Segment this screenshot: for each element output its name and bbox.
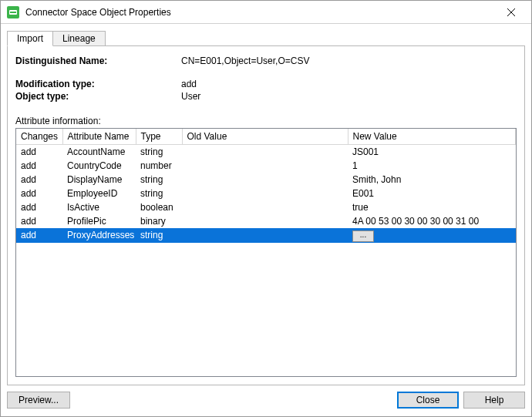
cell-old-value	[182, 228, 348, 243]
cell-type: binary	[136, 214, 182, 228]
cell-attr-name: EmployeeID	[62, 187, 136, 200]
modtype-label: Modification type:	[15, 79, 181, 89]
cell-attr-name: DisplayName	[62, 173, 136, 187]
cell-new-value: 4A 00 53 00 30 00 30 00 31 00	[348, 214, 516, 228]
cell-new-value: Smith, John	[348, 173, 516, 187]
header-info: Distinguished Name: CN=E001,Object=User,…	[15, 55, 517, 103]
cell-attr-name: AccountName	[62, 145, 136, 159]
titlebar: Connector Space Object Properties	[1, 1, 531, 24]
attribute-info-label: Attribute information:	[15, 116, 517, 126]
cell-attr-name: CountryCode	[62, 159, 136, 173]
dn-label: Distinguished Name:	[15, 55, 181, 66]
cell-type: string	[136, 187, 182, 200]
table-row[interactable]: addIsActivebooleantrue	[16, 200, 516, 214]
dn-value: CN=E001,Object=User,O=CSV	[181, 55, 517, 66]
cell-new-value: E001	[348, 187, 516, 200]
attribute-grid: Changes Attribute Name Type Old Value Ne…	[15, 128, 517, 377]
cell-attr-name: ProfilePic	[62, 214, 136, 228]
dialog-window: Connector Space Object Properties Import…	[0, 0, 532, 417]
close-icon[interactable]	[496, 2, 527, 23]
col-new-value[interactable]: New Value	[348, 129, 516, 145]
cell-changes: add	[16, 159, 62, 173]
cell-old-value	[182, 159, 348, 173]
cell-new-value: 1	[348, 159, 516, 173]
cell-type: string	[136, 145, 182, 159]
cell-attr-name: ProxyAddresses	[62, 228, 136, 243]
window-title: Connector Space Object Properties	[25, 7, 496, 18]
cell-old-value	[182, 214, 348, 228]
cell-new-value: true	[348, 200, 516, 214]
app-icon	[7, 6, 19, 18]
table-row[interactable]: addEmployeeIDstringE001	[16, 187, 516, 200]
objtype-label: Object type:	[15, 91, 181, 102]
preview-button[interactable]: Preview...	[7, 392, 70, 409]
col-attr-name[interactable]: Attribute Name	[62, 129, 136, 145]
tab-import[interactable]: Import	[7, 31, 53, 46]
cell-type: string	[136, 173, 182, 187]
tabs-strip: Import Lineage	[7, 28, 525, 46]
cell-changes: add	[16, 200, 62, 214]
cell-old-value	[182, 145, 348, 159]
cell-type: boolean	[136, 200, 182, 214]
cell-changes: add	[16, 214, 62, 228]
cell-type: string	[136, 228, 182, 243]
col-type[interactable]: Type	[136, 129, 182, 145]
cell-changes: add	[16, 145, 62, 159]
button-row: Preview... Close Help	[1, 392, 531, 416]
cell-old-value	[182, 173, 348, 187]
ellipsis-button[interactable]: ...	[352, 230, 374, 242]
table-row[interactable]: addCountryCodenumber1	[16, 159, 516, 173]
table-row[interactable]: addAccountNamestringJS001	[16, 145, 516, 159]
cell-new-value: ...	[348, 228, 516, 243]
tab-lineage[interactable]: Lineage	[53, 31, 106, 46]
cell-changes: add	[16, 173, 62, 187]
cell-new-value: JS001	[348, 145, 516, 159]
grid-empty-area	[16, 243, 516, 328]
cell-attr-name: IsActive	[62, 200, 136, 214]
cell-type: number	[136, 159, 182, 173]
grid-header-row: Changes Attribute Name Type Old Value Ne…	[16, 129, 516, 145]
cell-changes: add	[16, 228, 62, 243]
table-row[interactable]: addProfilePicbinary4A 00 53 00 30 00 30 …	[16, 214, 516, 228]
cell-changes: add	[16, 187, 62, 200]
col-changes[interactable]: Changes	[16, 129, 62, 145]
objtype-value: User	[181, 91, 517, 102]
col-old-value[interactable]: Old Value	[182, 129, 348, 145]
svg-rect-2	[10, 12, 16, 13]
cell-old-value	[182, 187, 348, 200]
table-row[interactable]: addDisplayNamestringSmith, John	[16, 173, 516, 187]
table-row[interactable]: addProxyAddressesstring...	[16, 228, 516, 243]
modtype-value: add	[181, 79, 517, 89]
tab-body: Distinguished Name: CN=E001,Object=User,…	[7, 46, 525, 385]
close-button[interactable]: Close	[397, 392, 459, 409]
help-button[interactable]: Help	[463, 392, 525, 409]
cell-old-value	[182, 200, 348, 214]
